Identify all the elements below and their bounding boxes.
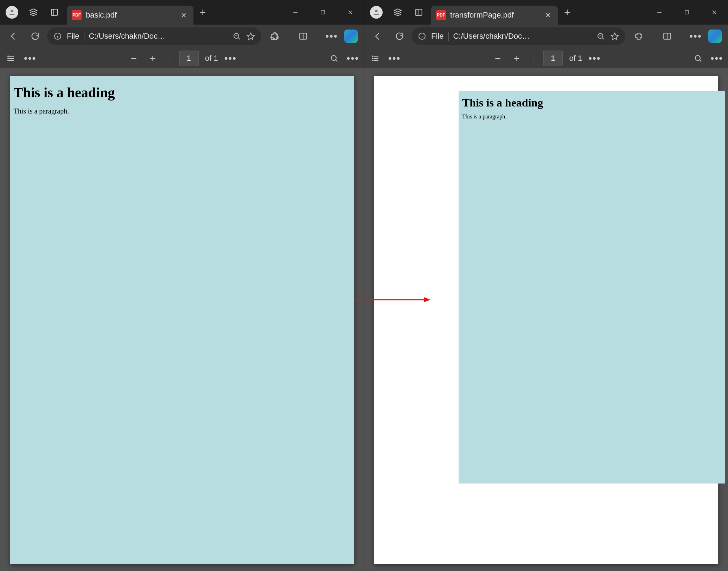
svg-marker-13 bbox=[247, 33, 254, 40]
minimize-button[interactable] bbox=[646, 4, 673, 21]
svg-point-20 bbox=[8, 58, 8, 59]
svg-line-26 bbox=[336, 60, 337, 61]
settings-more-icon[interactable]: ••• bbox=[687, 27, 705, 45]
address-bar: File C:/Users/chakn/Doc… ••• bbox=[0, 25, 364, 48]
svg-rect-2 bbox=[51, 9, 54, 15]
site-info-icon[interactable] bbox=[53, 31, 63, 41]
pdf-viewer[interactable]: This is a heading This is a paragraph. bbox=[364, 68, 728, 571]
page-count-label: of 1 bbox=[205, 54, 218, 63]
pdf-page: This is a heading This is a paragraph. bbox=[10, 76, 354, 564]
svg-line-39 bbox=[602, 38, 604, 39]
browser-tab[interactable]: PDF transformPage.pdf × bbox=[431, 6, 558, 25]
document-paragraph: This is a paragraph. bbox=[462, 113, 722, 120]
tab-title: basic.pdf bbox=[86, 11, 179, 20]
svg-rect-31 bbox=[685, 11, 689, 14]
svg-point-19 bbox=[8, 56, 8, 57]
pdf-more-right-icon[interactable]: ••• bbox=[347, 53, 359, 64]
find-icon[interactable] bbox=[692, 52, 704, 65]
svg-point-52 bbox=[695, 56, 700, 60]
svg-rect-29 bbox=[416, 9, 418, 15]
find-icon[interactable] bbox=[328, 52, 340, 65]
back-button[interactable] bbox=[368, 26, 388, 46]
toolbar-right: ••• bbox=[630, 27, 724, 45]
favorite-icon[interactable] bbox=[610, 31, 620, 41]
split-screen-icon[interactable] bbox=[658, 27, 676, 45]
address-bar: File C:/Users/chakn/Doc… ••• bbox=[364, 25, 728, 48]
pdf-more-left-icon[interactable]: ••• bbox=[24, 53, 36, 64]
maximize-button[interactable] bbox=[673, 4, 701, 21]
document-heading: This is a heading bbox=[14, 84, 351, 101]
settings-more-icon[interactable]: ••• bbox=[323, 27, 341, 45]
zoom-reset-icon[interactable] bbox=[232, 31, 242, 41]
window-controls bbox=[282, 4, 364, 21]
site-info-icon[interactable] bbox=[417, 31, 427, 41]
profile-icon[interactable] bbox=[6, 6, 18, 19]
zoom-out-button[interactable] bbox=[127, 52, 140, 65]
pdf-toolbar: ••• of 1 ••• ••• bbox=[0, 48, 364, 68]
zoom-in-button[interactable] bbox=[510, 52, 523, 65]
pdf-viewer[interactable]: This is a heading This is a paragraph. bbox=[0, 68, 364, 571]
close-tab-button[interactable]: × bbox=[543, 10, 553, 21]
toolbar-right: ••• bbox=[266, 27, 360, 45]
back-button[interactable] bbox=[4, 26, 23, 46]
svg-point-25 bbox=[331, 56, 336, 60]
tab-actions-icon[interactable] bbox=[410, 4, 428, 21]
document-paragraph: This is a paragraph. bbox=[14, 107, 351, 115]
favorite-icon[interactable] bbox=[246, 31, 256, 41]
url-box[interactable]: File C:/Users/chakn/Doc… bbox=[411, 27, 625, 45]
maximize-button[interactable] bbox=[309, 4, 337, 21]
refresh-button[interactable] bbox=[390, 26, 409, 46]
new-tab-button[interactable]: + bbox=[564, 6, 570, 18]
contents-icon[interactable] bbox=[5, 52, 18, 65]
svg-point-0 bbox=[11, 10, 13, 12]
url-box[interactable]: File C:/Users/chakn/Doc… bbox=[47, 27, 261, 45]
url-scheme: File bbox=[67, 32, 84, 41]
pdf-file-icon: PDF bbox=[436, 10, 446, 20]
contents-icon[interactable] bbox=[369, 52, 382, 65]
zoom-reset-icon[interactable] bbox=[596, 31, 606, 41]
pdf-toolbar: ••• of 1 ••• ••• bbox=[364, 48, 728, 68]
split-screen-icon[interactable] bbox=[294, 27, 312, 45]
close-window-button[interactable] bbox=[701, 4, 728, 21]
workspaces-icon[interactable] bbox=[389, 4, 407, 21]
svg-point-21 bbox=[8, 60, 8, 61]
close-window-button[interactable] bbox=[337, 4, 364, 21]
zoom-in-button[interactable] bbox=[146, 52, 159, 65]
pdf-more-center-icon[interactable]: ••• bbox=[224, 53, 237, 64]
close-tab-button[interactable]: × bbox=[179, 10, 189, 21]
svg-rect-4 bbox=[321, 11, 325, 14]
pdf-file-icon: PDF bbox=[72, 10, 82, 20]
svg-line-53 bbox=[700, 60, 701, 61]
extensions-icon[interactable] bbox=[266, 27, 284, 45]
page-number-input[interactable] bbox=[179, 51, 199, 66]
new-tab-button[interactable]: + bbox=[200, 6, 206, 18]
page-number-input[interactable] bbox=[543, 51, 563, 66]
titlebar: PDF transformPage.pdf × + bbox=[364, 0, 728, 25]
pdf-more-center-icon[interactable]: ••• bbox=[588, 53, 601, 64]
refresh-button[interactable] bbox=[25, 26, 45, 46]
pdf-more-left-icon[interactable]: ••• bbox=[388, 53, 401, 64]
svg-point-47 bbox=[372, 58, 373, 59]
url-path: C:/Users/chakn/Doc… bbox=[89, 32, 228, 41]
svg-marker-40 bbox=[611, 33, 618, 40]
svg-rect-1 bbox=[51, 9, 57, 15]
pdf-page: This is a heading This is a paragraph. bbox=[374, 76, 718, 564]
workspaces-icon[interactable] bbox=[25, 4, 42, 21]
svg-point-48 bbox=[372, 60, 373, 61]
transformed-content-region: This is a heading This is a paragraph. bbox=[459, 91, 725, 484]
extensions-icon[interactable] bbox=[630, 27, 648, 45]
svg-line-12 bbox=[238, 38, 240, 39]
copilot-icon[interactable] bbox=[708, 30, 722, 43]
titlebar: PDF basic.pdf × + bbox=[0, 0, 364, 25]
document-heading: This is a heading bbox=[462, 96, 722, 109]
browser-tab[interactable]: PDF basic.pdf × bbox=[67, 6, 193, 25]
browser-window-right: PDF transformPage.pdf × + File C:/Users/… bbox=[364, 0, 728, 571]
pdf-more-right-icon[interactable]: ••• bbox=[711, 53, 723, 64]
tab-actions-icon[interactable] bbox=[46, 4, 63, 21]
profile-icon[interactable] bbox=[370, 6, 383, 19]
url-path: C:/Users/chakn/Doc… bbox=[453, 32, 592, 41]
zoom-out-button[interactable] bbox=[491, 52, 504, 65]
svg-point-27 bbox=[375, 10, 377, 12]
minimize-button[interactable] bbox=[282, 4, 309, 21]
copilot-icon[interactable] bbox=[344, 30, 358, 43]
